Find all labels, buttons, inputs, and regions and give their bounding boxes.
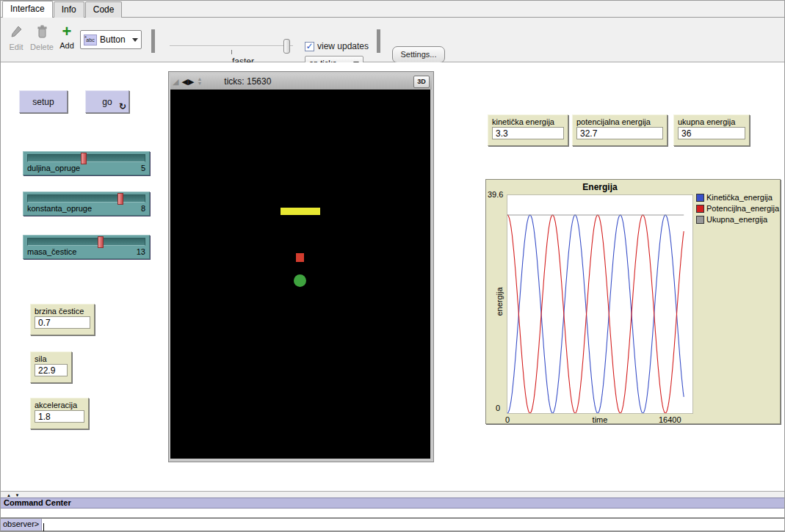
netlogo-window: InterfaceInfoCode Edit Delete + Add abc … — [0, 0, 785, 532]
monitor-sila: sila 22.9 — [30, 351, 72, 383]
legend-swatch-icon — [696, 216, 704, 224]
y-axis-title: energija — [495, 280, 504, 324]
legend-swatch-icon — [696, 205, 704, 213]
toolbar: Edit Delete + Add abc Button faster ✓ vi… — [1, 18, 784, 62]
slider-value: 8 — [141, 204, 145, 213]
button-widget-icon: abc — [84, 34, 97, 45]
particle-square — [296, 253, 304, 262]
monitor-value: 0.7 — [35, 316, 90, 329]
speed-slider[interactable] — [170, 45, 293, 47]
speed-slider-handle[interactable] — [283, 39, 290, 54]
slider-track — [27, 238, 145, 246]
slider-handle[interactable] — [98, 236, 104, 248]
forever-icon: ↻ — [119, 101, 126, 112]
legend-label: Kinetička_energija — [706, 193, 773, 202]
vertical-arrows-icon[interactable]: ▲▼ — [197, 77, 202, 86]
legend-item: Potencijlna_energija — [696, 204, 779, 213]
legend-label: Potencijlna_energija — [706, 204, 779, 213]
energy-plot: Energija 39.6 0 energija 0 time 16400 Ki… — [485, 179, 781, 424]
command-center-divider: ▲ ▼ — [1, 491, 785, 498]
command-center-output — [1, 509, 785, 519]
slider-value: 13 — [137, 247, 145, 256]
world-view-header: ◢ ◀▶ ▲▼ ticks: 15630 3D — [170, 73, 432, 90]
view-updates-label: view updates — [317, 41, 369, 51]
setup-button[interactable]: setup — [19, 90, 68, 113]
monitor-ukupna-energija: ukupna energija 36 — [673, 114, 750, 146]
3d-button[interactable]: 3D — [413, 76, 430, 88]
widget-type-select[interactable]: abc Button — [80, 30, 142, 49]
slider-masa-cestice[interactable]: masa_čestice13 — [23, 235, 150, 259]
command-center-prompt-row: observer> — [1, 519, 785, 531]
resize-diagonal-icon[interactable]: ◢ — [173, 78, 178, 86]
horizontal-arrows-icon[interactable]: ◀▶ — [181, 78, 194, 86]
world-view[interactable] — [170, 90, 430, 459]
equilibrium-dot — [294, 274, 306, 287]
trash-icon — [29, 25, 55, 43]
tab-bar: InterfaceInfoCode — [1, 1, 784, 18]
interface-canvas: setup go ↻ duljina_opruge5 konstanta_opr… — [1, 62, 785, 491]
tab-info[interactable]: Info — [54, 1, 84, 18]
text-caret — [43, 523, 44, 532]
world-view-widget: ◢ ◀▶ ▲▼ ticks: 15630 3D — [168, 71, 434, 462]
plot-title: Energija — [507, 182, 693, 192]
spring-anchor-bar — [281, 208, 320, 215]
monitor-value: 1.8 — [35, 410, 84, 423]
y-axis-min-label: 0 — [496, 404, 500, 412]
slider-value: 5 — [141, 164, 145, 172]
slider-track — [27, 154, 145, 162]
observer-prompt-label: observer> — [1, 519, 42, 531]
x-axis-max-label: 16400 — [659, 415, 681, 424]
slider-konstanta-opruge[interactable]: konstanta_opruge8 — [23, 192, 150, 216]
slider-track — [27, 194, 145, 203]
tab-interface[interactable]: Interface — [2, 1, 53, 18]
plot-line-Kinetička_energija — [507, 215, 684, 413]
go-button[interactable]: go ↻ — [85, 90, 129, 113]
settings-button[interactable]: Settings... — [392, 46, 445, 63]
speed-slider-tick — [231, 50, 232, 54]
legend-swatch-icon — [696, 194, 704, 202]
legend-item: Ukupna_energija — [696, 215, 779, 224]
monitor-value: 22.9 — [35, 364, 68, 376]
monitor-potencijalna-energija: potencijalna energija 32.7 — [572, 114, 668, 146]
chevron-down-icon — [132, 38, 138, 42]
legend-item: Kinetička_energija — [696, 193, 779, 202]
slider-handle[interactable] — [117, 193, 123, 205]
plot-line-Potencijlna_energija — [507, 215, 684, 413]
toolbar-separator — [377, 29, 380, 53]
monitor-brzina-cestice: brzina čestice 0.7 — [30, 304, 95, 335]
checkbox-check-icon: ✓ — [305, 42, 314, 51]
plot-canvas-area — [507, 194, 693, 414]
command-center: ▲ ▼ Command Center observer> — [1, 491, 785, 532]
pencil-icon — [7, 25, 26, 43]
view-updates-checkbox[interactable]: ✓ view updates — [305, 41, 369, 51]
command-center-title: Command Center — [1, 498, 785, 509]
slider-handle[interactable] — [81, 153, 87, 164]
tab-code[interactable]: Code — [85, 1, 123, 18]
resize-up-down-icon[interactable]: ▲ ▼ — [7, 493, 21, 498]
command-input[interactable] — [42, 519, 785, 531]
toolbar-separator — [151, 29, 155, 53]
slider-duljina-opruge[interactable]: duljina_opruge5 — [23, 151, 150, 175]
monitor-value: 3.3 — [492, 127, 564, 139]
widget-type-value: Button — [100, 34, 126, 45]
legend-label: Ukupna_energija — [706, 215, 767, 224]
plot-legend: Kinetička_energijaPotencijlna_energijaUk… — [696, 193, 779, 226]
add-button[interactable]: + Add — [57, 23, 77, 50]
monitor-kineticka-energija: kinetička energija 3.3 — [488, 114, 568, 146]
monitor-value: 36 — [678, 127, 745, 139]
delete-button[interactable]: Delete — [29, 25, 55, 51]
monitor-akceleracija: akceleracija 1.8 — [30, 398, 89, 429]
plot-canvas — [507, 195, 692, 413]
ticks-counter: ticks: 15630 — [224, 76, 271, 87]
y-axis-max-label: 39.6 — [488, 190, 503, 199]
plus-icon: + — [57, 23, 77, 41]
monitor-value: 32.7 — [576, 127, 663, 139]
edit-button[interactable]: Edit — [7, 25, 26, 51]
